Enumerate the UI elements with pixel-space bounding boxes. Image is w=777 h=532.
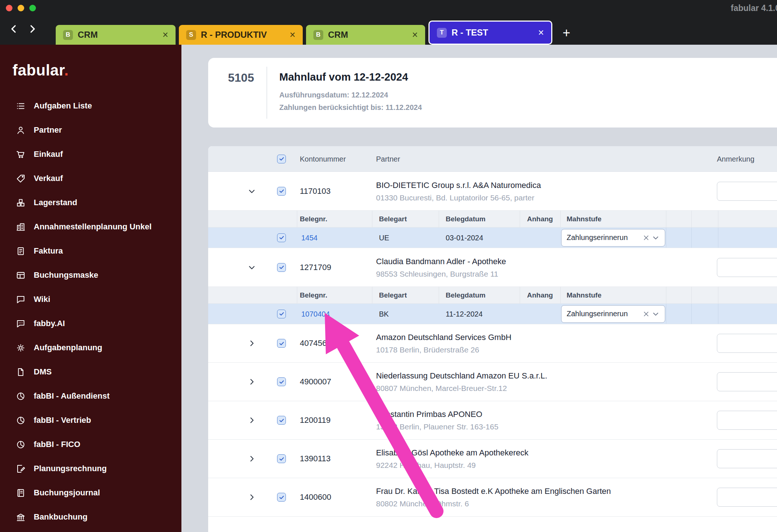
main-content: 5105 Mahnlauf vom 12-12-2024 Ausführungs… xyxy=(181,45,777,532)
row-checkbox[interactable] xyxy=(277,263,286,272)
sidebar-item-fabbi-fico[interactable]: fabBI - FICO xyxy=(0,432,181,457)
sidebar-item-lagerstand[interactable]: Lagerstand xyxy=(0,191,181,215)
chevron-down-icon[interactable] xyxy=(651,309,660,319)
anmerkung-input[interactable] xyxy=(717,488,777,507)
chevron-left-icon xyxy=(9,24,19,34)
cart-icon xyxy=(16,149,26,159)
kontonummer-value: 1400600 xyxy=(300,492,331,502)
partner-address: 10178 Berlin, Brüderstraße 26 xyxy=(376,344,511,355)
sidebar-item-annahmestellenplanung[interactable]: Annahmestellenplanung Unkel xyxy=(0,215,181,239)
close-tab-icon[interactable]: × xyxy=(286,30,295,40)
chevron-right-icon xyxy=(27,24,37,34)
close-tab-icon[interactable]: × xyxy=(408,30,418,40)
building-icon xyxy=(16,222,26,232)
anmerkung-input[interactable] xyxy=(717,258,777,277)
tab-crm-1[interactable]: B CRM × xyxy=(56,25,176,45)
doc-row: 1070404 BK 11-12-2024 Zahlungserinnerun xyxy=(208,304,777,324)
new-tab-button[interactable]: + xyxy=(563,25,570,41)
anmerkung-input[interactable] xyxy=(717,334,777,353)
row-checkbox[interactable] xyxy=(277,454,286,463)
anmerkung-input[interactable] xyxy=(717,372,777,391)
maximize-window-button[interactable] xyxy=(29,5,36,11)
anmerkung-input[interactable] xyxy=(717,182,777,201)
collapse-chevron-icon[interactable] xyxy=(246,262,257,273)
chat-icon xyxy=(16,295,26,304)
app-logo: fabular. xyxy=(0,45,181,79)
row-checkbox[interactable] xyxy=(277,187,286,196)
sidebar-item-buchungsmaske[interactable]: Buchungsmaske xyxy=(0,263,181,287)
minimize-window-button[interactable] xyxy=(18,5,24,11)
kontonummer-value: 4900007 xyxy=(300,377,331,387)
mahnlauf-header-card: 5105 Mahnlauf vom 12-12-2024 Ausführungs… xyxy=(208,58,777,128)
select-all-checkbox[interactable] xyxy=(277,155,286,163)
sidebar-item-aufgabenplanung[interactable]: Aufgabenplanung xyxy=(0,336,181,360)
belegnr-link[interactable]: 1070404 xyxy=(301,310,330,318)
doc-col-mahnstufe: Mahnstufe xyxy=(567,291,601,299)
row-checkbox[interactable] xyxy=(277,416,286,425)
belegnr-link[interactable]: 1454 xyxy=(301,233,318,242)
doc-col-belegart: Belegart xyxy=(379,215,407,223)
tab-r-produktiv[interactable]: S R - PRODUKTIV × xyxy=(179,25,303,45)
sidebar-item-verkauf[interactable]: Verkauf xyxy=(0,166,181,191)
sidebar-item-partner[interactable]: Partner xyxy=(0,118,181,142)
sidebar-item-fabbi-vertrieb[interactable]: fabBI - Vertrieb xyxy=(0,408,181,432)
bank-icon xyxy=(16,512,26,522)
sidebar-item-dms[interactable]: DMS xyxy=(0,360,181,384)
pie-chart-icon xyxy=(16,391,26,401)
expand-chevron-icon[interactable] xyxy=(246,453,257,464)
sidebar-item-bankbuchung[interactable]: Bankbuchung xyxy=(0,505,181,529)
sidebar-item-faktura[interactable]: Faktura xyxy=(0,239,181,263)
collapse-chevron-icon[interactable] xyxy=(246,186,257,197)
row-checkbox[interactable] xyxy=(277,339,286,348)
doc-checkbox[interactable] xyxy=(277,310,286,318)
sidebar-item-aufgaben-liste[interactable]: Aufgaben Liste xyxy=(0,94,181,118)
kontonummer-value: 1390113 xyxy=(300,454,331,463)
tab-r-test-active[interactable]: T R - TEST × xyxy=(428,21,552,45)
nav-back-button[interactable] xyxy=(6,21,22,37)
expand-chevron-icon[interactable] xyxy=(246,492,257,503)
row-checkbox[interactable] xyxy=(277,377,286,386)
expand-chevron-icon[interactable] xyxy=(246,415,257,426)
pie-chart-icon xyxy=(16,440,26,450)
clear-icon[interactable] xyxy=(641,233,651,243)
anmerkung-input[interactable] xyxy=(717,449,777,468)
invoice-icon xyxy=(16,246,26,256)
kontonummer-value: 1170103 xyxy=(300,186,331,196)
belegart-value: BK xyxy=(379,310,389,318)
partner-address: 01330 Bucuresti, Bd. Luptatorilor 56-65,… xyxy=(376,192,541,203)
mahnstufe-select[interactable]: Zahlungserinnerun xyxy=(561,305,665,323)
sidebar-item-einkauf[interactable]: Einkauf xyxy=(0,142,181,166)
chat-icon xyxy=(16,319,26,329)
close-window-button[interactable] xyxy=(6,5,12,11)
partner-name: Frau Dr. Katalin Tisa Bostedt e.K Apothe… xyxy=(376,486,611,497)
close-tab-icon[interactable]: × xyxy=(534,28,544,38)
column-header-kontonummer: Kontonummer xyxy=(300,155,346,163)
sidebar: fabular. Aufgaben Liste Partner Einkauf … xyxy=(0,45,181,532)
doc-checkbox[interactable] xyxy=(277,233,286,242)
nav-forward-button[interactable] xyxy=(24,21,40,37)
partner-row: 1170103 BIO-DIETETIC Group s.r.l. A&A Na… xyxy=(208,172,777,211)
anmerkung-input[interactable] xyxy=(717,411,777,430)
kontonummer-value: 4074561 xyxy=(300,339,331,348)
mahnstufe-select[interactable]: Zahlungserinnerun xyxy=(561,229,665,247)
clear-icon[interactable] xyxy=(641,309,651,319)
tab-crm-2[interactable]: B CRM × xyxy=(306,25,425,45)
sidebar-item-buchungsjournal[interactable]: Buchungsjournal xyxy=(0,481,181,505)
mahnstufe-value: Zahlungserinnerun xyxy=(567,310,641,318)
belegdatum-value: 11-12-2024 xyxy=(446,310,483,318)
doc-col-anhang: Anhang xyxy=(527,215,553,223)
window-titlebar: fabular 4.1.0 xyxy=(0,0,777,16)
sidebar-item-fabby-ai[interactable]: fabby.AI xyxy=(0,311,181,336)
chevron-down-icon[interactable] xyxy=(651,233,660,243)
partner-row: 1390113 Elisabeth Gösl Apotheke am Apoth… xyxy=(208,440,777,478)
partner-row: 4074561 Amazon Deutschland Services GmbH… xyxy=(208,324,777,363)
sidebar-item-fabbi-aussendienst[interactable]: fabBI - Außendienst xyxy=(0,384,181,408)
partner-row: 1400600 Frau Dr. Katalin Tisa Bostedt e.… xyxy=(208,478,777,517)
sidebar-item-wiki[interactable]: Wiki xyxy=(0,287,181,311)
expand-chevron-icon[interactable] xyxy=(246,376,257,387)
doc-col-belegnr: Belegnr. xyxy=(300,215,327,223)
close-tab-icon[interactable]: × xyxy=(159,30,168,40)
sidebar-item-planungsrechnung[interactable]: Planungsrechnung xyxy=(0,457,181,481)
expand-chevron-icon[interactable] xyxy=(246,338,257,349)
row-checkbox[interactable] xyxy=(277,493,286,502)
